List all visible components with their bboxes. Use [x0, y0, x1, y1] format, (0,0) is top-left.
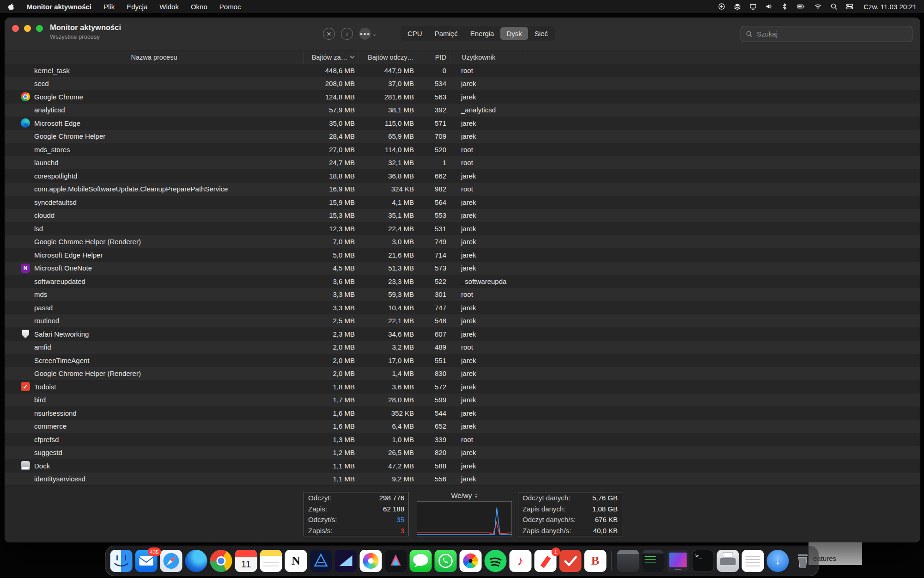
display-window-dock-icon[interactable]: [667, 550, 689, 572]
minimize-button[interactable]: [24, 25, 31, 32]
spotlight-icon[interactable]: [830, 3, 838, 10]
process-row[interactable]: amfid2,0 MB3,2 MB489root: [5, 341, 920, 354]
io-graph-mode-select[interactable]: We/wy ▲▼: [417, 492, 512, 499]
news-dock-icon[interactable]: 1: [535, 550, 557, 572]
menu-clock[interactable]: Czw. 11.03 20:21: [863, 3, 917, 11]
process-row[interactable]: lsd12,3 MB22,4 MB531jarek: [5, 222, 920, 235]
process-row[interactable]: analyticsd57,9 MB38,1 MB392_analyticsd: [5, 104, 920, 117]
photos-dock-icon[interactable]: [360, 550, 382, 572]
minimized-window-dock-icon[interactable]: [617, 550, 639, 572]
process-row[interactable]: suggestd1,2 MB26,5 MB820jarek: [5, 446, 920, 460]
column-header-pid[interactable]: PID: [418, 50, 450, 64]
menu-plik[interactable]: Plik: [103, 3, 115, 11]
pid-cell: 392: [418, 106, 450, 114]
affinity-photo-dock-icon[interactable]: [335, 550, 357, 572]
process-row[interactable]: Microsoft Edge35,0 MB115,0 MB571jarek: [5, 117, 920, 130]
messages-dock-icon[interactable]: [410, 550, 432, 572]
mail-dock-icon[interactable]: 435: [135, 550, 158, 572]
process-row[interactable]: Dock1,1 MB47,2 MB588jarek: [5, 459, 920, 473]
todoist-dock-icon[interactable]: [559, 550, 582, 572]
process-row[interactable]: corespotlightd18,8 MB36,8 MB662jarek: [5, 169, 920, 183]
process-row[interactable]: Google Chrome Helper28,4 MB65,9 MB709jar…: [5, 130, 920, 143]
shutter-dock-icon[interactable]: [460, 550, 482, 572]
whatsapp-dock-icon[interactable]: [435, 550, 457, 572]
process-row[interactable]: nsurlsessiond1,6 MB352 KB544jarek: [5, 406, 920, 420]
search-input[interactable]: [756, 30, 907, 38]
process-row[interactable]: Microsoft OneNote4,5 MB51,3 MB573jarek: [5, 262, 920, 275]
document-dock-icon[interactable]: [742, 550, 764, 572]
process-row[interactable]: commerce1,6 MB6,4 MB652jarek: [5, 420, 920, 433]
notion-dock-icon[interactable]: N: [285, 550, 307, 572]
column-header-bajtow-odczytanych[interactable]: Bajtów odczy…: [359, 50, 418, 64]
process-row[interactable]: bird1,7 MB28,0 MB599jarek: [5, 394, 920, 407]
segment-dysk[interactable]: Dysk: [500, 27, 528, 40]
column-header-nazwa-procesu[interactable]: Nazwa procesu: [5, 50, 303, 64]
process-row[interactable]: com.apple.MobileSoftwareUpdate.CleanupPr…: [5, 183, 920, 196]
segment-energia[interactable]: Energia: [464, 27, 500, 40]
calendar-dock-icon[interactable]: 11: [235, 550, 257, 572]
affinity-designer-dock-icon[interactable]: [310, 550, 332, 572]
menu-pomoc[interactable]: Pomoc: [219, 3, 241, 11]
process-row[interactable]: identityservicesd1,1 MB9,2 MB556jarek: [5, 473, 920, 486]
process-row[interactable]: cloudd15,3 MB35,1 MB553jarek: [5, 209, 920, 222]
display-icon[interactable]: [749, 3, 757, 10]
process-row[interactable]: softwareupdated3,6 MB23,3 MB522_software…: [5, 275, 920, 288]
volume-icon[interactable]: [765, 3, 772, 10]
process-row[interactable]: ScreenTimeAgent2,0 MB17,0 MB551jarek: [5, 354, 920, 367]
io-graph-canvas: [417, 502, 511, 536]
toolbox-icon[interactable]: [718, 3, 725, 10]
process-row[interactable]: Microsoft Edge Helper5,0 MB21,6 MB714jar…: [5, 248, 920, 262]
process-row[interactable]: Google Chrome Helper (Renderer)7,0 MB3,0…: [5, 235, 920, 249]
wifi-icon[interactable]: [814, 3, 822, 10]
apple-menu[interactable]: [7, 3, 15, 11]
more-options-button[interactable]: ●●● ⌄: [359, 28, 377, 40]
printer-dock-icon[interactable]: [717, 550, 739, 572]
segment-pamięć[interactable]: Pamięć: [429, 27, 464, 40]
menu-app-name[interactable]: Monitor aktywności: [27, 3, 91, 11]
stat-row: Odczyt/s:35: [304, 514, 408, 525]
process-row[interactable]: Todoist1,8 MB3,6 MB572jarek: [5, 380, 920, 394]
process-row[interactable]: Google Chrome124,8 MB281,6 MB563jarek: [5, 90, 920, 104]
process-row[interactable]: syncdefaultsd15,9 MB4,1 MB564jarek: [5, 196, 920, 209]
segment-cpu[interactable]: CPU: [401, 27, 428, 40]
process-row[interactable]: routined2,5 MB22,1 MB548jarek: [5, 314, 920, 328]
menu-edycja[interactable]: Edycja: [127, 3, 147, 11]
menu-okno[interactable]: Okno: [191, 3, 207, 11]
menu-widok[interactable]: Widok: [159, 3, 179, 11]
battery-icon[interactable]: [796, 3, 806, 10]
column-header-uzytkownik[interactable]: Użytkownik: [450, 50, 524, 64]
process-row[interactable]: mds3,3 MB59,3 MB301root: [5, 288, 920, 301]
downloads-dock-icon[interactable]: ↓: [767, 550, 789, 572]
process-row[interactable]: mds_stores27,0 MB114,0 MB520root: [5, 143, 920, 156]
close-button[interactable]: [12, 25, 19, 32]
process-row[interactable]: launchd24,7 MB32,1 MB1root: [5, 156, 920, 170]
process-row[interactable]: Safari Networking2,3 MB34,6 MB607jarek: [5, 327, 920, 341]
segment-sieć[interactable]: Sieć: [529, 27, 554, 40]
trash-dock-icon[interactable]: [792, 550, 814, 572]
process-row[interactable]: cfprefsd1,3 MB1,0 MB339root: [5, 433, 920, 446]
control-center-icon[interactable]: [846, 3, 853, 10]
column-header-bajtow-zapisanych[interactable]: Bajtów za…: [303, 50, 359, 64]
process-row[interactable]: kernel_task448,6 MB447,9 MB0root: [5, 64, 920, 77]
zoom-button[interactable]: [36, 25, 43, 32]
edge-dock-icon[interactable]: [185, 550, 207, 572]
process-row[interactable]: passd3,3 MB10,4 MB747jarek: [5, 301, 920, 314]
spotify-dock-icon[interactable]: [485, 550, 507, 572]
terminal-window-dock-icon[interactable]: [642, 550, 664, 572]
music-dock-icon[interactable]: ♪: [510, 550, 532, 572]
finder-dock-icon[interactable]: [110, 550, 133, 572]
terminal-dock-icon[interactable]: >_: [692, 550, 714, 572]
layers-icon[interactable]: [734, 3, 741, 10]
process-row[interactable]: secd208,0 MB37,0 MB534jarek: [5, 77, 920, 91]
quit-process-button[interactable]: ✕: [323, 28, 335, 40]
inspect-process-button[interactable]: i: [341, 28, 353, 40]
safari-dock-icon[interactable]: [160, 550, 182, 572]
pixelmator-dock-icon[interactable]: [385, 550, 407, 572]
process-name: Microsoft Edge Helper: [34, 251, 103, 259]
process-row[interactable]: Google Chrome Helper (Renderer)2,0 MB1,4…: [5, 367, 920, 381]
chrome-dock-icon[interactable]: [210, 550, 232, 572]
search-field[interactable]: [741, 26, 912, 42]
bear-dock-icon[interactable]: B: [584, 550, 607, 572]
bluetooth-icon[interactable]: [781, 3, 788, 10]
notes-dock-icon[interactable]: [260, 550, 282, 572]
